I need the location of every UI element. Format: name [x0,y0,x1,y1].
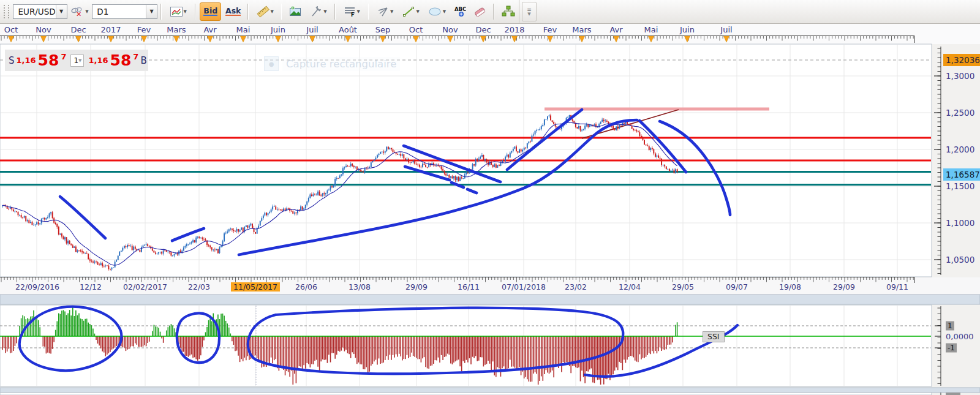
date-label[interactable]: 26/06 [295,282,317,292]
timeframe-select[interactable]: D1 ▼ [92,4,157,19]
price-axis-label: 1,2000 [946,145,974,154]
month-label: Juin [271,25,285,34]
month-label: Fev [137,25,151,34]
unlink-button[interactable]: ✕ ▼ [68,2,92,21]
ssi-minus-one-badge: -1 [946,344,957,353]
ellipse-tool-button[interactable]: ▼ [424,2,449,21]
trendline-tool-button[interactable]: ▼ [399,2,423,21]
month-label: Juil [720,25,732,34]
sell-label: S [9,55,15,66]
date-label[interactable]: 29/05 [672,282,694,292]
third-panel-stub [0,393,932,395]
chevron-down-icon[interactable]: ▼ [85,9,88,14]
alert-price-badge[interactable]: 1,32036 [943,54,980,66]
eraser-icon [473,6,486,17]
selected-date-label[interactable]: 11/05/2017 [231,282,280,292]
price-axis-label: 1,0500 [946,255,974,265]
chevron-down-icon[interactable]: ▼ [323,9,326,14]
date-label[interactable]: 13/08 [349,282,371,292]
date-label[interactable]: 22/03 [188,282,210,292]
fan-lines-icon [377,6,389,17]
buy-price-small: 1,16 [88,56,108,65]
date-label[interactable]: 29/09 [833,282,855,292]
quote-box: S 1,16 58 7 1 ▼ 1,16 58 7 B [5,50,148,71]
chevron-down-icon[interactable]: ▼ [390,9,393,14]
ssi-zero-label: 0,0000 [946,332,974,341]
chevron-down-icon: ▼ [78,58,83,63]
date-label[interactable]: 19/08 [779,282,801,292]
amount-select[interactable]: 1 ▼ [70,55,84,67]
toolbar: EUR/USD ▼ ✕ ▼ D1 ▼ ▼ Bid [0,0,980,24]
price-axis-label: 1,3000 [946,71,974,81]
bid-button[interactable]: Bid [200,2,221,21]
date-label[interactable]: 09/11 [886,282,908,292]
date-label[interactable]: 22/09/2016 [15,282,59,292]
amount-value: 1 [74,56,78,65]
eraser-button[interactable] [470,2,489,21]
svg-text:ABC: ABC [454,6,466,12]
date-label[interactable]: 29/09 [405,282,428,292]
panel-separator-1[interactable] [0,295,980,304]
chart-type-icon [170,7,183,17]
chevron-down-icon[interactable]: ▼ [146,5,157,18]
date-label[interactable]: 07/01/2018 [502,282,546,292]
symbol-select[interactable]: EUR/USD ▼ [13,4,67,19]
ask-button[interactable]: Ask [222,2,244,21]
panel-separator-2[interactable] [0,388,980,393]
capture-dot-icon: ● [264,56,279,71]
month-label: 2018 [504,25,524,34]
chevron-down-icon: ▼ [527,12,530,16]
workspace-icon [502,6,515,17]
capture-image-button[interactable] [285,2,304,21]
svg-text:F: F [351,12,354,17]
chevron-down-icon[interactable]: ▼ [443,9,446,14]
month-label: Mars [572,25,591,34]
month-label: Dec [70,25,86,34]
toolbar-separator [247,4,249,20]
buy-price-pip: 7 [133,52,138,61]
symbol-label: EUR/USD [18,7,55,17]
month-label: Avr [203,25,216,34]
fan-lines-tool-button[interactable]: ▼ [372,2,397,21]
image-capture-icon [289,6,301,17]
workspace-button[interactable] [498,2,518,21]
ruler-tool-button[interactable]: ▼ [252,2,277,21]
toolbar-grip-handle[interactable] [4,5,9,18]
ssi-indicator-label[interactable]: SSI [703,331,725,342]
chevron-down-icon[interactable]: ▼ [271,9,274,14]
sell-price-big: 58 [38,53,59,68]
month-label: Juil [306,25,318,34]
text-tool-button[interactable]: ABC [451,2,469,21]
date-label[interactable]: 16/11 [458,282,480,292]
date-label[interactable]: 12/12 [80,282,102,292]
unlink-icon: ✕ [70,6,84,17]
timeframe-label: D1 [97,7,108,17]
chevron-down-icon[interactable]: ▼ [56,5,67,18]
toolbar-group: EUR/USD ▼ ✕ ▼ D1 ▼ ▼ Bid [0,0,519,23]
toolbar-separator [195,4,196,20]
pitchfork-tool-button[interactable]: ▼ [306,2,331,21]
ssi-axis-ticks[interactable] [935,306,941,395]
month-label: 2017 [100,25,121,34]
price-axis-ticks[interactable] [934,47,941,275]
toolbar-separator [334,4,336,20]
month-label: Juin [680,25,695,34]
chevron-down-icon[interactable]: ▼ [184,9,187,14]
month-label: Oct [4,25,18,34]
fibonacci-tool-button[interactable]: F ▼ [339,2,364,21]
buy-price-big: 58 [110,53,132,68]
toolbar-overflow-button[interactable]: ≡ ▼ [522,2,537,21]
sell-price-pip: 7 [61,52,66,61]
month-label: Nov [36,25,51,34]
chevron-down-icon[interactable]: ▼ [416,9,419,14]
third-panel-badge-stub [946,393,960,395]
chart-type-button[interactable]: ▼ [165,2,191,21]
chevron-down-icon[interactable]: ▼ [357,9,360,14]
date-label[interactable]: 12/04 [619,282,641,292]
fibonacci-icon: F [344,6,356,17]
date-label[interactable]: 09/07 [726,282,748,292]
month-label: Oct [409,25,423,34]
month-label: Avr [609,25,622,34]
date-label[interactable]: 23/02 [565,282,587,292]
date-label[interactable]: 02/02/2017 [123,282,167,292]
